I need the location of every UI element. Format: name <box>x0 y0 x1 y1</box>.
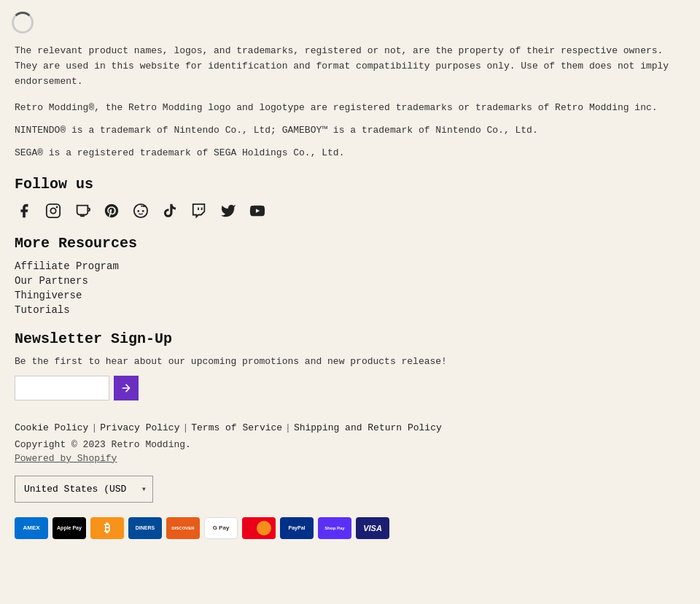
terms-of-service-link[interactable]: Terms of Service <box>191 422 282 433</box>
loading-spinner <box>12 12 34 34</box>
discover-payment-icon: DISCOVER <box>166 517 200 539</box>
newsletter-title: Newsletter Sign-Up <box>15 330 685 347</box>
mastercard-payment-icon <box>242 517 276 539</box>
twitter-icon[interactable] <box>219 201 238 220</box>
svg-point-4 <box>137 210 139 212</box>
payment-methods-row: AMEX Apple Pay ₿ DINERS DISCOVER G Pay P… <box>15 517 685 539</box>
twitch-icon[interactable] <box>190 201 209 220</box>
newsletter-submit-button[interactable] <box>114 376 139 400</box>
footer-links-row: Cookie Policy | Privacy Policy | Terms o… <box>15 422 685 433</box>
newsletter-description: Be the first to hear about our upcoming … <box>15 356 685 367</box>
separator-2: | <box>182 422 188 433</box>
bitcoin-payment-icon: ₿ <box>90 517 124 539</box>
tiktok-icon[interactable] <box>160 201 179 220</box>
instagram-icon[interactable] <box>44 201 63 220</box>
newsletter-email-input[interactable] <box>15 376 109 400</box>
svg-rect-0 <box>47 204 60 217</box>
paypal-payment-icon: PayPal <box>280 517 314 539</box>
facebook-icon[interactable] <box>15 201 34 220</box>
separator-3: | <box>285 422 291 433</box>
tutorials-link[interactable]: Tutorials <box>15 304 70 316</box>
more-resources-title: More Resources <box>15 235 685 252</box>
visa-payment-icon: VISA <box>356 517 389 539</box>
shop-pay-icon: Shop Pay <box>318 517 351 539</box>
amex-payment-icon: AMEX <box>15 517 48 539</box>
svg-point-1 <box>50 208 55 213</box>
trademark-sega: SEGA® is a registered trademark of SEGA … <box>15 146 685 161</box>
svg-point-5 <box>142 210 144 212</box>
thingiverse-link[interactable]: Thingiverse <box>15 290 82 301</box>
diners-payment-icon: DINERS <box>128 517 162 539</box>
disclaimer-text: The relevant product names, logos, and t… <box>15 44 685 89</box>
ko-fi-icon[interactable] <box>73 201 92 220</box>
country-select-container: United States (USD $) Canada (CAD $) Uni… <box>15 476 153 503</box>
affiliate-program-link[interactable]: Affiliate Program <box>15 260 119 272</box>
social-icons-row <box>15 201 685 220</box>
our-partners-link[interactable]: Our Partners <box>15 275 88 287</box>
trademark-retro-modding: Retro Modding®, the Retro Modding logo a… <box>15 101 685 116</box>
powered-by-link[interactable]: Powered by Shopify <box>15 453 685 464</box>
shipping-return-policy-link[interactable]: Shipping and Return Policy <box>294 422 442 433</box>
copyright-text: Copyright © 2023 Retro Modding. <box>15 439 685 450</box>
list-item: Affiliate Program <box>15 260 685 272</box>
google-pay-icon: G Pay <box>204 517 238 539</box>
apple-pay-icon: Apple Pay <box>52 517 86 539</box>
trademark-nintendo: NINTENDO® is a trademark of Nintendo Co.… <box>15 123 685 139</box>
country-selector-wrapper: United States (USD $) Canada (CAD $) Uni… <box>15 476 685 503</box>
cookie-policy-link[interactable]: Cookie Policy <box>15 422 88 433</box>
svg-point-2 <box>56 206 58 208</box>
separator-1: | <box>91 422 97 433</box>
pinterest-icon[interactable] <box>102 201 121 220</box>
follow-us-title: Follow us <box>15 176 685 193</box>
reddit-icon[interactable] <box>131 201 150 220</box>
list-item: Thingiverse <box>15 290 685 301</box>
resources-list: Affiliate Program Our Partners Thingiver… <box>15 260 685 316</box>
youtube-icon[interactable] <box>248 201 267 220</box>
svg-point-10 <box>257 521 271 535</box>
country-select[interactable]: United States (USD $) Canada (CAD $) Uni… <box>15 476 152 502</box>
submit-arrow-icon <box>120 382 132 394</box>
list-item: Tutorials <box>15 304 685 316</box>
privacy-policy-link[interactable]: Privacy Policy <box>100 422 179 433</box>
list-item: Our Partners <box>15 275 685 287</box>
newsletter-form <box>15 376 685 400</box>
